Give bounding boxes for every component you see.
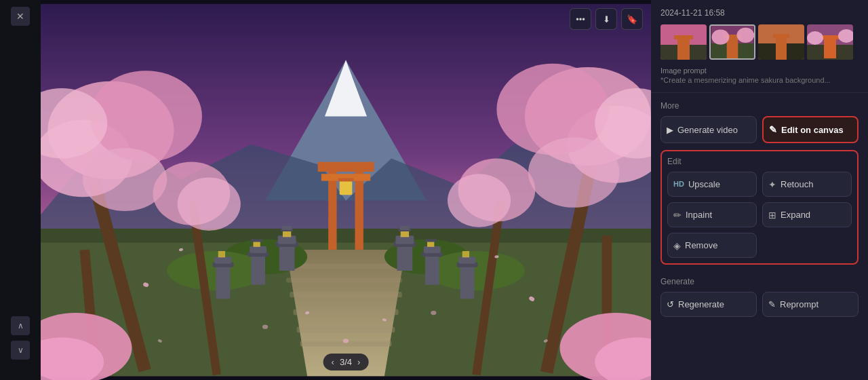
expand-icon: ⊞	[768, 210, 776, 220]
svg-rect-54	[216, 264, 231, 299]
svg-point-80	[262, 325, 268, 329]
divider-1	[651, 92, 868, 93]
svg-point-81	[431, 311, 436, 315]
svg-rect-69	[460, 264, 475, 299]
svg-rect-21	[340, 179, 353, 195]
svg-point-16	[427, 251, 525, 290]
more-options-button[interactable]: •••	[570, 8, 591, 30]
svg-rect-53	[251, 239, 262, 242]
svg-rect-57	[218, 251, 225, 257]
svg-rect-48	[282, 226, 292, 230]
main-image-area: ••• ⬇ 🔖 ‹ 3/4 ›	[41, 0, 651, 380]
edit-canvas-label: Edit on canvas	[781, 125, 844, 135]
generate-video-icon: ▶	[667, 125, 673, 135]
page-indicator: 3/4	[340, 357, 352, 367]
image-prompt-text: *Create a mesmerizing anime sakura backg…	[651, 76, 868, 91]
svg-rect-100	[776, 35, 787, 60]
thumbnail-3[interactable]	[758, 24, 804, 60]
thumbnail-1[interactable]	[660, 24, 707, 60]
left-panel: ✕ ∧ ∨	[0, 0, 41, 380]
svg-rect-68	[425, 239, 437, 242]
svg-rect-105	[821, 35, 840, 39]
inpaint-label: Inpaint	[686, 210, 712, 220]
svg-rect-49	[251, 253, 265, 285]
svg-rect-104	[824, 37, 836, 58]
expand-label: Expand	[781, 210, 810, 220]
svg-rect-66	[424, 246, 441, 253]
svg-rect-10	[290, 292, 402, 297]
image-toolbar: ••• ⬇ 🔖	[570, 8, 643, 30]
svg-rect-71	[459, 256, 476, 263]
remove-label: Remove	[685, 240, 717, 250]
svg-rect-51	[250, 246, 267, 253]
svg-rect-56	[215, 256, 232, 263]
remove-button[interactable]: ◈ Remove	[667, 233, 757, 258]
pagination: ‹ 3/4 ›	[323, 354, 369, 370]
right-panel: 2024-11-21 16:58 Image prompt *Create a …	[651, 0, 868, 380]
next-page-button[interactable]: ›	[357, 358, 360, 366]
thumbnail-2[interactable]	[709, 24, 755, 60]
svg-point-39	[178, 177, 241, 231]
svg-rect-64	[425, 253, 439, 285]
more-section-label: More	[651, 94, 868, 116]
regenerate-button[interactable]: ↺ Regenerate	[660, 292, 757, 317]
svg-point-36	[528, 137, 619, 207]
generate-video-button[interactable]: ▶ Generate video	[660, 116, 757, 143]
svg-point-97	[736, 28, 754, 43]
timestamp: 2024-11-21 16:58	[651, 0, 868, 24]
svg-rect-101	[773, 34, 789, 38]
thumbnail-grid	[651, 24, 868, 60]
nav-arrows: ∧ ∨	[11, 316, 30, 360]
nav-up-button[interactable]: ∧	[11, 316, 30, 335]
edit-button-grid: HD Upscale ✦ Retouch ✏ Inpaint ⊞ Expand …	[667, 172, 852, 258]
regenerate-label: Regenerate	[678, 299, 724, 309]
svg-rect-43	[279, 243, 295, 271]
svg-rect-11	[286, 278, 402, 282]
close-button[interactable]: ✕	[11, 7, 30, 26]
inpaint-icon: ✏	[673, 210, 682, 220]
inpaint-button[interactable]: ✏ Inpaint	[667, 202, 757, 227]
prev-page-button[interactable]: ‹	[332, 358, 334, 366]
thumbnail-4[interactable]	[807, 24, 853, 60]
regenerate-icon: ↺	[667, 299, 674, 309]
download-icon: ⬇	[603, 14, 610, 24]
edit-section-label: Edit	[667, 157, 852, 166]
reprompt-icon: ✎	[768, 299, 776, 309]
remove-icon: ◈	[673, 241, 681, 250]
svg-point-27	[90, 71, 202, 162]
reprompt-label: Reprompt	[780, 299, 818, 309]
svg-rect-63	[400, 226, 410, 230]
svg-rect-19	[318, 162, 374, 172]
svg-rect-72	[462, 251, 469, 257]
nav-down-button[interactable]: ∨	[11, 341, 30, 360]
bookmark-button[interactable]: 🔖	[621, 8, 643, 30]
upscale-icon: HD	[673, 180, 684, 188]
edit-section: Edit HD Upscale ✦ Retouch ✏ Inpaint ⊞ Ex…	[660, 150, 859, 265]
svg-rect-58	[397, 243, 413, 271]
edit-canvas-icon: ✎	[769, 124, 777, 135]
retouch-button[interactable]: ✦ Retouch	[762, 172, 852, 197]
svg-rect-91	[674, 35, 693, 39]
upscale-button[interactable]: HD Upscale	[667, 172, 757, 197]
svg-point-106	[807, 31, 823, 45]
svg-rect-90	[677, 37, 690, 60]
main-image	[41, 0, 651, 380]
generate-button-grid: ↺ Regenerate ✎ Reprompt	[651, 292, 868, 317]
expand-button[interactable]: ⊞ Expand	[762, 202, 852, 227]
bookmark-icon: 🔖	[627, 14, 637, 24]
more-row: ▶ Generate video ✎ Edit on canvas	[651, 116, 868, 143]
svg-point-42	[448, 174, 511, 227]
image-prompt-label: Image prompt	[651, 64, 868, 76]
retouch-icon: ✦	[768, 180, 776, 189]
svg-rect-22	[338, 178, 354, 181]
svg-rect-8	[297, 327, 395, 332]
retouch-label: Retouch	[781, 179, 813, 189]
generate-section-label: Generate	[651, 270, 868, 292]
edit-on-canvas-button[interactable]: ✎ Edit on canvas	[762, 116, 859, 143]
generate-video-label: Generate video	[677, 125, 738, 135]
upscale-label: Upscale	[688, 179, 720, 189]
download-button[interactable]: ⬇	[595, 8, 617, 30]
svg-point-96	[712, 30, 730, 45]
reprompt-button[interactable]: ✎ Reprompt	[762, 292, 859, 317]
